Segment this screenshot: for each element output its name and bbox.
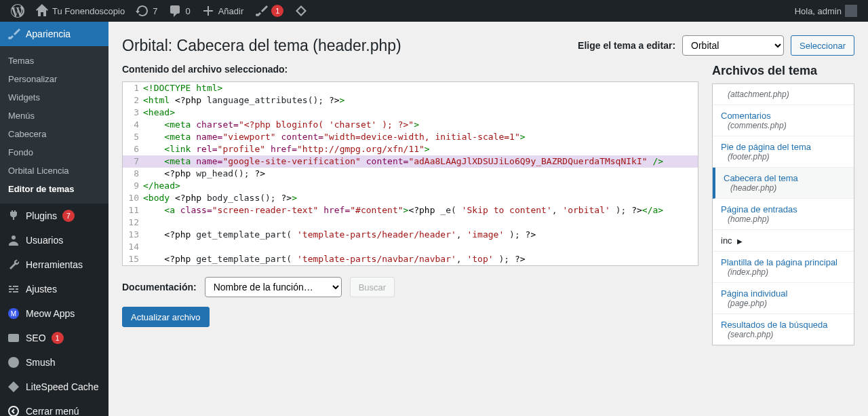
code-line[interactable]: 7 <meta name="google-site-verification" … [123, 155, 698, 168]
file-item[interactable]: inc ▶ [713, 230, 854, 252]
line-number: 6 [123, 143, 143, 155]
code-line[interactable]: 9</head> [123, 180, 698, 192]
line-number: 8 [123, 168, 143, 180]
file-item[interactable]: Resultados de la búsqueda(search.php) [713, 314, 854, 345]
theme-select[interactable]: Orbital [682, 35, 784, 56]
plug-icon [7, 209, 20, 223]
code-line[interactable]: 4 <meta charset="<?php bloginfo( 'charse… [123, 119, 698, 131]
code-content[interactable]: <meta name="google-site-verification" co… [143, 155, 698, 168]
code-line[interactable]: 5 <meta name="viewport" content="width=d… [123, 131, 698, 143]
line-number: 14 [123, 241, 143, 253]
home-icon [35, 4, 49, 18]
code-content[interactable]: <a class="screen-reader-text" href="#con… [143, 204, 698, 216]
line-number: 2 [123, 94, 143, 107]
file-item[interactable]: Plantilla de la página principal(index.p… [713, 252, 854, 283]
function-select[interactable]: Nombre de la función… [205, 277, 342, 297]
file-item[interactable]: Comentarios(comments.php) [713, 105, 854, 136]
code-line[interactable]: 2<html <?php language_attributes(); ?>> [123, 94, 698, 107]
file-filename: (search.php) [728, 330, 846, 339]
submenu-themes[interactable]: Temas [0, 52, 108, 70]
code-line[interactable]: 1<!DOCTYPE html> [123, 82, 698, 94]
code-content[interactable] [143, 241, 698, 253]
file-filename: (page.php) [728, 299, 846, 308]
line-number: 12 [123, 216, 143, 229]
submenu-theme-editor[interactable]: Editor de temas [0, 180, 108, 198]
docs-label: Documentación: [122, 282, 197, 292]
plugins-badge: 7 [62, 210, 75, 222]
code-content[interactable]: <?php get_template_part( 'template-parts… [143, 229, 698, 241]
svg-text:M: M [11, 310, 16, 318]
file-link-name: Comentarios [721, 111, 771, 121]
user-greeting[interactable]: Hola, admin [789, 0, 863, 22]
submenu-orbital-license[interactable]: Orbital Licencia [0, 162, 108, 180]
select-theme-button[interactable]: Seleccionar [791, 35, 854, 56]
comment-icon [168, 4, 182, 18]
submenu-menus[interactable]: Menús [0, 107, 108, 125]
file-item[interactable]: Página individual(page.php) [713, 283, 854, 314]
menu-tools[interactable]: Herramientas [0, 252, 108, 277]
code-editor[interactable]: 1<!DOCTYPE html>2<html <?php language_at… [122, 81, 698, 266]
page-title: Orbital: Cabecera del tema (header.php) [122, 37, 401, 55]
menu-appearance[interactable]: Apariencia [0, 22, 108, 46]
code-content[interactable]: <link rel="profile" href="http://gmpg.or… [143, 143, 698, 155]
users-icon [7, 233, 20, 247]
wp-logo[interactable] [5, 0, 30, 22]
site-link[interactable]: Tu Fonendoscopio [30, 0, 130, 22]
code-line[interactable]: 3<head> [123, 107, 698, 119]
file-item[interactable]: Pie de página del tema(footer.php) [713, 136, 854, 168]
file-filename: (header.php) [730, 183, 846, 193]
line-number: 7 [123, 155, 143, 168]
line-number: 11 [123, 204, 143, 216]
file-link-name: Pie de página del tema [721, 142, 811, 152]
code-content[interactable]: </head> [143, 180, 698, 192]
code-content[interactable]: <head> [143, 107, 698, 119]
menu-users[interactable]: Usuarios [0, 228, 108, 252]
code-content[interactable]: <!DOCTYPE html> [143, 82, 698, 94]
menu-seo[interactable]: SEO1 [0, 326, 108, 350]
submenu-appearance: Temas Personalizar Widgets Menús Cabecer… [0, 46, 108, 204]
submenu-header[interactable]: Cabecera [0, 125, 108, 143]
menu-smush[interactable]: Smush [0, 350, 108, 359]
update-file-button[interactable]: Actualizar archivo [122, 307, 210, 327]
code-line[interactable]: 12 [123, 216, 698, 229]
code-line[interactable]: 8 <?php wp_head(); ?> [123, 168, 698, 180]
code-content[interactable]: <?php wp_head(); ?> [143, 168, 698, 180]
file-item[interactable]: Página de entradas(home.php) [713, 199, 854, 230]
file-item[interactable]: Cabecera del tema(header.php) [713, 168, 854, 199]
cache-link[interactable] [289, 0, 313, 22]
menu-plugins[interactable]: Plugins7 [0, 204, 108, 228]
code-line[interactable]: 13 <?php get_template_part( 'template-pa… [123, 229, 698, 241]
code-content[interactable]: <meta charset="<?php bloginfo( 'charset'… [143, 119, 698, 131]
svg-rect-2 [8, 334, 19, 342]
file-item[interactable]: (attachment.php) [713, 84, 854, 105]
updates-link[interactable]: 7 [130, 0, 163, 22]
code-line[interactable]: 14 [123, 241, 698, 253]
code-content[interactable]: <html <?php language_attributes(); ?>> [143, 94, 698, 107]
code-content[interactable] [143, 216, 698, 229]
critical-css-link[interactable]: 1 [249, 0, 289, 22]
file-filename: (comments.php) [728, 121, 846, 130]
content-label: Contenido del archivo seleccionado: [122, 64, 698, 75]
code-line[interactable]: 15 <?php get_template_part( 'template-pa… [123, 253, 698, 265]
code-content[interactable]: <meta name="viewport" content="width=dev… [143, 131, 698, 143]
file-filename: (footer.php) [728, 152, 846, 162]
add-new-link[interactable]: Añadir [196, 0, 250, 22]
critical-badge: 1 [271, 5, 283, 17]
code-content[interactable]: <?php get_template_part( 'template-parts… [143, 253, 698, 265]
submenu-background[interactable]: Fondo [0, 143, 108, 162]
comments-count: 0 [185, 6, 190, 16]
menu-settings[interactable]: Ajustes [0, 277, 108, 301]
submenu-customize[interactable]: Personalizar [0, 70, 108, 88]
code-content[interactable]: <body <?php body_class(); ?>> [143, 192, 698, 204]
wrench-icon [7, 258, 20, 271]
search-button[interactable]: Buscar [350, 277, 395, 297]
menu-meow-apps[interactable]: MMeow Apps [0, 301, 108, 326]
code-line[interactable]: 11 <a class="screen-reader-text" href="#… [123, 204, 698, 216]
wordpress-icon [11, 4, 24, 18]
sliders-icon [7, 282, 20, 296]
code-line[interactable]: 10<body <?php body_class(); ?>> [123, 192, 698, 204]
file-list: (attachment.php)Comentarios(comments.php… [712, 83, 854, 345]
submenu-widgets[interactable]: Widgets [0, 88, 108, 107]
code-line[interactable]: 6 <link rel="profile" href="http://gmpg.… [123, 143, 698, 155]
comments-link[interactable]: 0 [163, 0, 195, 22]
